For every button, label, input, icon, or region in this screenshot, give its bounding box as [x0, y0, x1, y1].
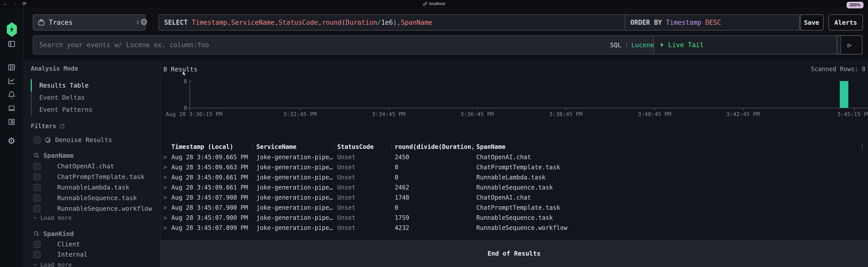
search-icon[interactable]	[33, 231, 40, 237]
source-tray-icon	[38, 19, 45, 26]
analysis-mode-nav: Results Table Event Deltas Event Pattern…	[31, 79, 152, 115]
x-tick-label: 3:36:45 PM	[461, 111, 494, 117]
alerts-button[interactable]: Alerts	[829, 15, 863, 30]
row-expander-icon[interactable]: >	[163, 164, 167, 171]
cell-servicename: joke-generation-pipe…	[256, 184, 333, 191]
row-expander-icon[interactable]: >	[163, 154, 167, 161]
filter-item-label[interactable]: RunnableSequence.workflow	[57, 205, 152, 212]
filter-checkbox[interactable]	[33, 173, 40, 181]
x-tick	[477, 108, 477, 110]
x-tick-label: 3:32:45 PM	[283, 111, 316, 117]
run-query-button[interactable]: ▷	[837, 35, 863, 54]
live-tail-label: Live Tail	[668, 41, 704, 49]
row-expander-icon[interactable]: >	[163, 214, 167, 221]
filter-checkbox[interactable]	[33, 163, 40, 170]
cell-spanname: ChatOpenAI.chat	[476, 194, 531, 201]
live-tail-button[interactable]: Live Tail	[653, 35, 841, 54]
cell-spanname: RunnableSequence.task	[476, 214, 553, 221]
search-icon[interactable]	[33, 153, 40, 159]
filter-item-label[interactable]: RunnableSequence.task	[57, 194, 137, 202]
filter-checkbox[interactable]	[33, 251, 40, 258]
y-axis-tick-max: 8	[182, 78, 187, 84]
table-row[interactable]: > Aug 28 3:45:07.908 PM joke-generation-…	[160, 192, 868, 203]
filter-item-label[interactable]: ChatOpenAI.chat	[57, 162, 114, 170]
column-resize-handle[interactable]: ⋮	[331, 143, 337, 150]
nav-item-results-table[interactable]: Results Table	[31, 79, 152, 91]
column-header-duration: round(divide(Duration,	[395, 143, 475, 151]
load-more-spanname[interactable]: Load more	[33, 214, 72, 221]
query-language-toggle: SQL | Lucene	[610, 42, 654, 49]
filter-item-label[interactable]: Client	[57, 240, 80, 248]
filter-checkbox[interactable]	[33, 194, 40, 202]
select-query-input[interactable]: SELECT Timestamp,ServiceName,StatusCode,…	[158, 15, 630, 30]
sql-toggle[interactable]: SQL	[610, 42, 621, 49]
browser-titlebar: ← → ⟳ localhost	[0, 0, 868, 8]
column-resize-handle[interactable]: ⋮	[388, 143, 394, 150]
filter-item-label[interactable]: ChatPromptTemplate.task	[57, 173, 145, 181]
select-fields-2: ,SpanName	[397, 19, 433, 26]
x-tick	[189, 108, 189, 110]
table-row[interactable]: > Aug 28 3:45:07.899 PM joke-generation-…	[160, 223, 868, 233]
filter-item: RunnableSequence.workflow	[33, 205, 152, 212]
sidebar-toggle-icon[interactable]	[7, 40, 16, 48]
denoise-label[interactable]: Denoise Results	[55, 136, 112, 143]
cell-duration: 2450	[395, 154, 409, 161]
table-row[interactable]: > Aug 28 3:45:09.665 PM joke-generation-…	[160, 152, 868, 162]
dashboards-icon[interactable]	[7, 118, 16, 126]
table-row[interactable]: > Aug 28 3:45:09.661 PM joke-generation-…	[160, 172, 868, 183]
table-row[interactable]: > Aug 28 3:45:07.900 PM joke-generation-…	[160, 203, 868, 213]
order-by-input[interactable]: ORDER BY Timestamp DESC	[625, 15, 801, 30]
column-resize-handle[interactable]: ⋮	[470, 143, 476, 150]
lucene-toggle[interactable]: Lucene	[631, 42, 654, 49]
cell-duration: 0	[395, 204, 398, 211]
cell-duration: 0	[395, 164, 398, 171]
cell-statuscode: Unset	[337, 204, 355, 211]
row-expander-icon[interactable]: >	[163, 204, 167, 211]
sessions-laptop-icon[interactable]	[7, 104, 16, 112]
cell-timestamp: Aug 28 3:45:07.908 PM	[172, 194, 248, 201]
chart-explorer-icon[interactable]	[7, 77, 16, 85]
y-axis-tick-zero: 0	[182, 105, 187, 111]
nav-item-event-patterns[interactable]: Event Patterns	[31, 104, 152, 115]
source-settings-gear-icon[interactable]: ⚙	[140, 18, 148, 26]
search-input[interactable]	[39, 41, 608, 49]
row-expander-icon[interactable]: >	[163, 184, 167, 191]
cell-statuscode: Unset	[337, 164, 355, 171]
y-axis-line	[189, 80, 190, 108]
save-button[interactable]: Save	[800, 15, 824, 30]
x-axis-line	[188, 108, 868, 108]
row-expander-icon[interactable]: >	[163, 224, 167, 232]
histogram-bar[interactable]	[840, 81, 848, 108]
select-func: round	[322, 19, 341, 26]
table-row[interactable]: > Aug 28 3:45:07.900 PM joke-generation-…	[160, 213, 868, 223]
filter-checkbox[interactable]	[33, 241, 40, 248]
filter-checkbox[interactable]	[33, 205, 40, 212]
row-expander-icon[interactable]: >	[163, 194, 167, 201]
denoise-results-row: Denoise Results	[33, 136, 112, 143]
table-row[interactable]: > Aug 28 3:45:09.663 PM joke-generation-…	[160, 162, 868, 172]
row-expander-icon[interactable]: >	[163, 174, 167, 181]
filter-item-label[interactable]: Internal	[57, 251, 88, 258]
cell-timestamp: Aug 28 3:45:07.900 PM	[172, 214, 248, 221]
load-more-spankind[interactable]: Load more	[33, 262, 72, 267]
denoise-checkbox[interactable]	[33, 136, 40, 143]
filter-checkbox[interactable]	[33, 184, 40, 191]
nav-item-event-deltas[interactable]: Event Deltas	[31, 91, 152, 104]
settings-gear-icon[interactable]: ⚙	[7, 136, 16, 144]
source-select-value: Traces	[49, 19, 131, 26]
column-resize-handle[interactable]: ⋮	[249, 143, 255, 150]
alerts-bell-icon[interactable]	[7, 90, 16, 99]
cell-timestamp: Aug 28 3:45:09.661 PM	[172, 174, 248, 181]
table-row[interactable]: > Aug 28 3:45:09.661 PM joke-generation-…	[160, 183, 868, 192]
filter-item-label[interactable]: RunnableLambda.task	[57, 184, 129, 191]
x-tick-label: 3:45:15 PM	[837, 111, 868, 117]
filters-refresh-icon[interactable]	[59, 124, 65, 129]
order-by-keyword: ORDER BY	[630, 19, 666, 26]
source-select[interactable]: Traces	[33, 15, 146, 30]
cell-statuscode: Unset	[337, 184, 355, 191]
cell-spanname: RunnableSequence.task	[476, 184, 553, 191]
filter-group-name: SpanKind	[43, 230, 73, 238]
search-logs-icon[interactable]	[7, 63, 16, 72]
table-options-kebab-icon[interactable]: ⋮	[859, 143, 866, 151]
filter-item: Internal	[33, 251, 88, 258]
